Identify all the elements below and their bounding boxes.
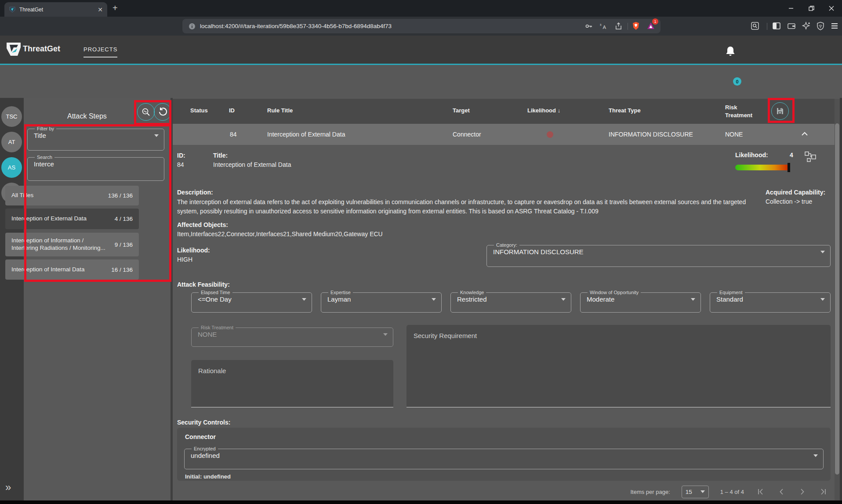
- search-in-page-icon[interactable]: [750, 21, 760, 31]
- row-threat-type: INFORMATION DISCLOSURE: [609, 131, 693, 138]
- window-minimize-button[interactable]: [785, 4, 797, 13]
- notifications-bell-icon[interactable]: [725, 45, 736, 57]
- row-rule-title: Interception of External Data: [267, 131, 345, 138]
- svg-text:A: A: [602, 25, 606, 30]
- col-likelihood[interactable]: Likelihood ↓: [527, 107, 560, 114]
- password-key-icon[interactable]: [584, 21, 593, 31]
- chevron-down-icon: [432, 298, 436, 301]
- knowledge-select[interactable]: Knowledge Restricted: [450, 290, 571, 313]
- search-input[interactable]: Search Interce: [27, 155, 164, 181]
- equipment-select[interactable]: Equipment Standard: [710, 290, 831, 313]
- tab-title: ThreatGet: [19, 7, 98, 13]
- brave-shield-icon[interactable]: [631, 21, 641, 31]
- control-object-name: Connector: [185, 433, 216, 440]
- sort-desc-icon[interactable]: ↓: [558, 107, 561, 114]
- likelihood-score-label: Likelihood:: [735, 151, 768, 158]
- scrollbar-thumb[interactable]: [835, 123, 839, 475]
- leo-ai-sparkle-icon[interactable]: [802, 21, 811, 31]
- collapse-row-chevron[interactable]: [801, 131, 808, 137]
- chevron-down-icon: [691, 298, 695, 301]
- pagination-range: 1 – 4 of 4: [720, 489, 744, 495]
- new-tab-button[interactable]: +: [113, 4, 118, 12]
- col-status[interactable]: Status: [190, 107, 208, 114]
- browser-menu-icon[interactable]: [830, 21, 839, 31]
- list-item-all-titles[interactable]: All Titles136 / 136: [5, 186, 139, 205]
- tab-close-icon[interactable]: ✕: [98, 7, 103, 13]
- risk-treatment-select[interactable]: Risk Treatment NONE: [191, 325, 393, 347]
- wallet-icon[interactable]: [787, 21, 796, 31]
- encrypted-select[interactable]: Encrypted undefined: [184, 446, 824, 469]
- nav-projects[interactable]: PROJECTS: [83, 46, 117, 58]
- window-close-button[interactable]: [825, 4, 838, 13]
- attack-steps-title: Attack Steps: [67, 112, 107, 120]
- list-item-interception-information[interactable]: Interception of Information / Interferin…: [5, 233, 139, 256]
- browser-tab[interactable]: ThreatGet ✕: [4, 2, 107, 17]
- acquired-capability-value: Collection -> true: [766, 198, 812, 205]
- detail-title-value: Interception of External Data: [213, 161, 291, 168]
- vpn-shield-icon[interactable]: [816, 21, 825, 31]
- save-floppy-icon: [776, 107, 784, 115]
- previous-page-icon[interactable]: [777, 487, 786, 497]
- col-id[interactable]: ID: [229, 107, 235, 114]
- list-item-interception-internal[interactable]: Interception of Internal Data16 / 136: [5, 259, 139, 280]
- col-threat-type[interactable]: Threat Type: [609, 107, 641, 114]
- search-settings-button[interactable]: [137, 103, 155, 121]
- category-select[interactable]: Category: INFORMATION DISCLOSURE: [486, 242, 831, 267]
- save-button[interactable]: [771, 102, 789, 120]
- filter-by-value: Title: [34, 132, 46, 139]
- chevron-down-icon: [154, 134, 159, 137]
- avatar-at[interactable]: AT: [1, 132, 22, 152]
- notifications-badge: 0: [733, 77, 741, 86]
- table-header: Status ID Rule Title Target Likelihood ↓…: [173, 99, 835, 124]
- affected-objects-label: Affected Objects:: [177, 221, 228, 228]
- pagination-bar: Items per page: 15 1 – 4 of 4: [173, 483, 835, 500]
- description-label: Description:: [177, 189, 213, 196]
- likelihood-score-value: 4: [790, 151, 793, 158]
- col-risk-treatment[interactable]: Risk Treatment: [725, 104, 759, 119]
- filter-by-select[interactable]: Filter by Title: [27, 126, 164, 151]
- category-label: Category:: [494, 242, 519, 248]
- row-risk-treatment: NONE: [725, 131, 743, 138]
- refresh-icon: [158, 107, 167, 117]
- expand-rail-chevrons[interactable]: »: [5, 481, 11, 493]
- list-item-interception-external[interactable]: Interception of External Data4 / 136: [5, 209, 139, 229]
- screen: ThreatGet ✕ + localhost:4200/#/tara-iter…: [0, 0, 842, 504]
- right-edge: [840, 98, 842, 500]
- row-id: 84: [230, 131, 237, 138]
- threat-row[interactable]: 84 Interception of External Data Connect…: [173, 124, 835, 145]
- site-info-icon[interactable]: [189, 23, 196, 30]
- chevron-down-icon: [383, 333, 388, 336]
- chevron-down-icon: [561, 298, 566, 301]
- col-rule-title[interactable]: Rule Title: [267, 107, 293, 114]
- chevron-down-icon: [700, 490, 705, 493]
- window-of-opportunity-select[interactable]: Window of Opportunity Moderate: [580, 290, 701, 313]
- avatar-as[interactable]: AS: [1, 157, 22, 178]
- description-text: The interception of external data refers…: [177, 198, 749, 216]
- category-value: INFORMATION DISCLOSURE: [493, 248, 584, 256]
- avatar-tsc[interactable]: TSC: [1, 106, 22, 127]
- detail-id-value: 84: [177, 161, 184, 168]
- diagram-view-icon[interactable]: [805, 151, 817, 162]
- items-per-page-select[interactable]: 15: [682, 486, 709, 498]
- next-page-icon[interactable]: [798, 487, 807, 497]
- security-requirement-textarea[interactable]: Security Requirement: [406, 325, 831, 407]
- col-target[interactable]: Target: [453, 107, 470, 114]
- first-page-icon[interactable]: [755, 487, 765, 497]
- translate-icon[interactable]: x̄A: [599, 21, 608, 31]
- likelihood-gradient-bar: [735, 165, 790, 170]
- last-page-icon[interactable]: [819, 487, 828, 497]
- rationale-textarea[interactable]: Rationale: [191, 360, 393, 407]
- expertise-select[interactable]: Expertise Layman: [321, 290, 442, 313]
- elapsed-time-select[interactable]: Elapsed Time <=One Day: [191, 290, 312, 313]
- row-target: Connector: [453, 131, 481, 138]
- attack-feasibility-label: Attack Feasibility:: [177, 281, 230, 288]
- control-initial-value: Initial: undefined: [185, 473, 231, 481]
- sidebar-toggle-icon[interactable]: [772, 21, 781, 31]
- chevron-down-icon: [302, 298, 306, 301]
- reset-filter-button[interactable]: [154, 103, 171, 121]
- main-scrollbar[interactable]: [835, 99, 840, 500]
- share-icon[interactable]: [613, 21, 623, 31]
- chevron-down-icon: [813, 454, 818, 457]
- window-restore-button[interactable]: [805, 4, 817, 13]
- browser-tab-bar: ThreatGet ✕ +: [0, 0, 842, 17]
